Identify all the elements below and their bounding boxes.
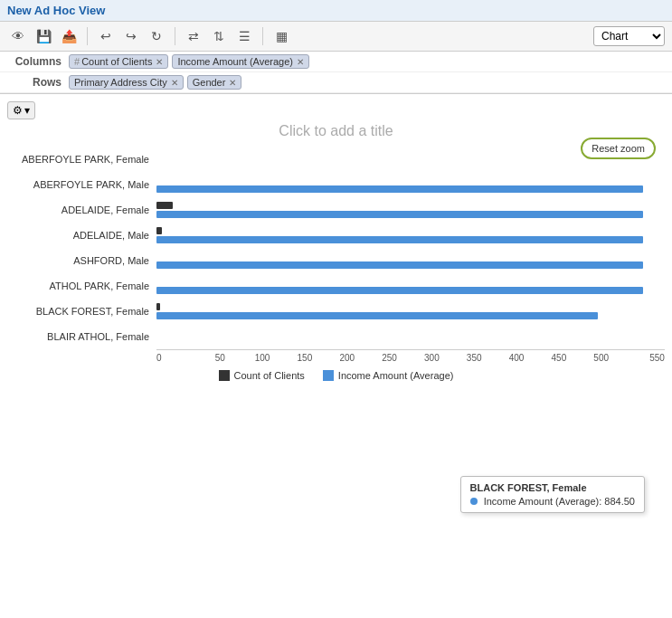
row-label: ATHOL PARK, Female <box>7 280 156 291</box>
x-tick: 0 <box>156 353 199 363</box>
count-bar <box>156 202 173 209</box>
bars-area <box>156 148 665 170</box>
remove-income-icon[interactable]: ✕ <box>297 57 304 67</box>
legend-label: Count of Clients <box>234 370 305 381</box>
x-tick: 150 <box>283 353 326 363</box>
x-tick: 350 <box>453 353 496 363</box>
bars-area <box>156 300 665 322</box>
bars-area <box>156 275 665 297</box>
chart-row: ADELAIDE, Male <box>7 223 665 248</box>
x-tick: 100 <box>241 353 284 363</box>
bars-area <box>156 199 665 221</box>
bars-area <box>156 174 665 195</box>
chart-legend: Count of ClientsIncome Amount (Average) <box>7 370 665 381</box>
main-content: ⚙ ▾ Click to add a title Reset zoom ABER… <box>0 94 672 604</box>
row-label: ADELAIDE, Male <box>7 230 156 241</box>
row-label: BLAIR ATHOL, Female <box>7 331 156 342</box>
chart-area: ⚙ ▾ Click to add a title Reset zoom ABER… <box>0 94 672 604</box>
sep3 <box>262 27 263 45</box>
row-label: BLACK FOREST, Female <box>7 306 156 317</box>
chart-row: ASHFORD, Male <box>7 248 665 273</box>
income-bar <box>156 287 643 294</box>
gear-row: ⚙ ▾ <box>7 101 665 119</box>
legend-label: Income Amount (Average) <box>338 370 454 381</box>
title-text: New Ad Hoc View <box>7 4 105 17</box>
fields-panel: Columns # Count of Clients ✕ Income Amou… <box>0 52 672 94</box>
income-bar <box>156 185 643 193</box>
column-tag-income[interactable]: Income Amount (Average) ✕ <box>172 54 309 69</box>
page-title: New Ad Hoc View <box>0 0 672 22</box>
x-tick: 550 <box>622 353 665 363</box>
hash-symbol: # <box>74 56 80 67</box>
filter-icon[interactable]: ☰ <box>233 25 255 47</box>
columns-row: Columns # Count of Clients ✕ Income Amou… <box>0 52 672 72</box>
save-icon[interactable]: 💾 <box>33 25 54 47</box>
column-income-label: Income Amount (Average) <box>177 56 293 67</box>
redo-icon[interactable]: ↪ <box>120 25 142 47</box>
sep1 <box>87 27 88 45</box>
chart-row: ADELAIDE, Female <box>7 197 665 223</box>
chart-type-select[interactable]: Chart Table Crosstab <box>593 26 665 46</box>
rows-row: Rows Primary Address City ✕ Gender ✕ <box>0 72 672 93</box>
chart-row: BLACK FOREST, Female <box>7 299 665 324</box>
remove-gender-icon[interactable]: ✕ <box>229 78 236 88</box>
legend-color-box <box>323 370 334 381</box>
x-axis: 050100150200250300350400450500550 <box>156 349 665 363</box>
row-label: ABERFOYLE PARK, Male <box>7 179 156 190</box>
switch-icon[interactable]: ⇄ <box>183 25 204 47</box>
bars-area <box>156 224 665 246</box>
income-bar <box>156 261 643 269</box>
column-count-label: Count of Clients <box>81 56 152 67</box>
sort-icon[interactable]: ⇅ <box>208 25 230 47</box>
row-label: ABERFOYLE PARK, Female <box>7 154 156 165</box>
x-tick: 450 <box>537 353 580 363</box>
chart-row: BLAIR ATHOL, Female <box>7 324 665 349</box>
chart-row: ATHOL PARK, Female <box>7 273 665 299</box>
x-tick: 250 <box>368 353 411 363</box>
bars-area <box>156 250 665 271</box>
count-bar <box>156 303 160 310</box>
bars-area <box>156 326 665 347</box>
gear-button[interactable]: ⚙ ▾ <box>7 101 35 119</box>
tooltip-value: 884.50 <box>604 496 635 507</box>
columns-label: Columns <box>7 55 62 68</box>
rows-label: Rows <box>7 76 62 89</box>
row-label: ADELAIDE, Female <box>7 204 156 215</box>
view-icon[interactable]: 👁 <box>7 25 29 47</box>
sep2 <box>175 27 175 45</box>
income-bar <box>156 236 643 243</box>
column-tag-count[interactable]: # Count of Clients ✕ <box>69 54 168 69</box>
row-tag-city[interactable]: Primary Address City ✕ <box>69 75 184 90</box>
row-tag-gender[interactable]: Gender ✕ <box>187 75 242 90</box>
display-icon[interactable]: ▦ <box>270 25 292 47</box>
remove-city-icon[interactable]: ✕ <box>171 78 178 88</box>
income-bar <box>156 312 598 319</box>
tooltip-value-row: Income Amount (Average): 884.50 <box>470 496 635 507</box>
legend-item: Income Amount (Average) <box>323 370 454 381</box>
row-gender-label: Gender <box>193 77 226 88</box>
row-city-label: Primary Address City <box>74 77 167 88</box>
toolbar: 👁 💾 📤 ↩ ↪ ↻ ⇄ ⇅ ☰ ▦ Chart Table Crosstab <box>0 22 672 52</box>
income-bar <box>156 211 643 218</box>
undo-icon[interactable]: ↩ <box>95 25 117 47</box>
chart-title[interactable]: Click to add a title <box>7 123 665 139</box>
remove-count-icon[interactable]: ✕ <box>156 57 163 67</box>
refresh-icon[interactable]: ↻ <box>146 25 167 47</box>
row-label: ASHFORD, Male <box>7 255 156 266</box>
x-tick: 200 <box>326 353 368 363</box>
chart-rows: ABERFOYLE PARK, FemaleABERFOYLE PARK, Ma… <box>7 147 665 349</box>
gear-icon: ⚙ <box>13 104 23 117</box>
chart-row: ABERFOYLE PARK, Female <box>7 147 665 172</box>
count-bar <box>156 227 162 234</box>
legend-color-box <box>219 370 230 381</box>
tooltip-dot-icon <box>470 498 478 505</box>
tooltip-title: BLACK FOREST, Female <box>470 482 635 493</box>
chart-tooltip: BLACK FOREST, Female Income Amount (Aver… <box>460 476 645 513</box>
x-tick: 400 <box>496 353 538 363</box>
export-icon[interactable]: 📤 <box>58 25 80 47</box>
x-tick: 300 <box>411 353 453 363</box>
x-tick: 50 <box>199 353 241 363</box>
x-tick: 500 <box>580 353 622 363</box>
legend-item: Count of Clients <box>219 370 305 381</box>
tooltip-series: Income Amount (Average) <box>484 496 600 507</box>
